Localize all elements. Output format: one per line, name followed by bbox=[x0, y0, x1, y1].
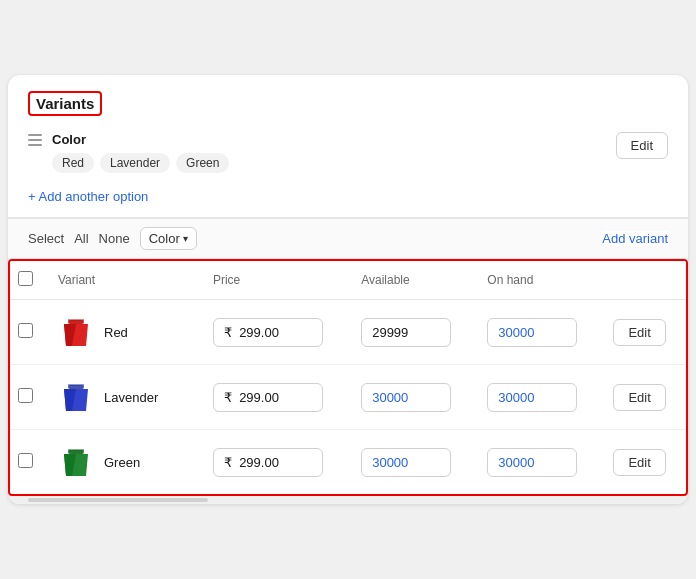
table-row: Lavender Edit bbox=[10, 365, 686, 430]
option-tags: Red Lavender Green bbox=[52, 153, 229, 173]
price-cell-lavender bbox=[201, 365, 349, 430]
available-cell-red bbox=[349, 300, 475, 365]
variants-card: Variants Color Red Lavender Green Edit bbox=[8, 75, 688, 504]
variant-name-green: Green bbox=[104, 455, 140, 470]
drag-handle[interactable] bbox=[28, 132, 42, 146]
variant-toolbar: Select All None Color ▾ Add variant bbox=[8, 218, 688, 259]
table-header-row: Variant Price Available On hand bbox=[10, 261, 686, 300]
table-row: Red Edit bbox=[10, 300, 686, 365]
row-checkbox-lavender[interactable] bbox=[18, 388, 33, 403]
chevron-down-icon: ▾ bbox=[183, 233, 188, 244]
option-info: Color Red Lavender Green bbox=[52, 132, 229, 173]
th-action bbox=[601, 261, 686, 300]
option-row: Color Red Lavender Green Edit bbox=[28, 132, 668, 173]
available-cell-lavender bbox=[349, 365, 475, 430]
variant-name-lavender: Lavender bbox=[104, 390, 158, 405]
row-checkbox-cell bbox=[10, 365, 46, 430]
svg-rect-0 bbox=[68, 320, 84, 324]
variant-cell-lavender: Lavender bbox=[46, 365, 201, 430]
option-label: Color bbox=[52, 132, 229, 147]
onhand-cell-green bbox=[475, 430, 601, 495]
row-checkbox-red[interactable] bbox=[18, 323, 33, 338]
tag-lavender: Lavender bbox=[100, 153, 170, 173]
onhand-input-lavender[interactable] bbox=[487, 383, 577, 412]
onhand-cell-lavender bbox=[475, 365, 601, 430]
svg-rect-8 bbox=[68, 450, 84, 454]
skirt-image-green bbox=[58, 444, 94, 480]
variants-title: Variants bbox=[28, 91, 102, 116]
color-edit-button[interactable]: Edit bbox=[616, 132, 668, 159]
th-available: Available bbox=[349, 261, 475, 300]
price-cell-green bbox=[201, 430, 349, 495]
available-input-red[interactable] bbox=[361, 318, 451, 347]
action-cell-green: Edit bbox=[601, 430, 686, 495]
th-checkbox bbox=[10, 261, 46, 300]
color-filter-button[interactable]: Color ▾ bbox=[140, 227, 197, 250]
table-row: Green Edit bbox=[10, 430, 686, 495]
row-edit-button-lavender[interactable]: Edit bbox=[613, 384, 665, 411]
variant-cell-green: Green bbox=[46, 430, 201, 495]
th-onhand: On hand bbox=[475, 261, 601, 300]
price-cell-red bbox=[201, 300, 349, 365]
onhand-input-green[interactable] bbox=[487, 448, 577, 477]
option-left: Color Red Lavender Green bbox=[28, 132, 229, 173]
price-input-green[interactable] bbox=[213, 448, 323, 477]
onhand-cell-red bbox=[475, 300, 601, 365]
row-edit-button-green[interactable]: Edit bbox=[613, 449, 665, 476]
variant-name-red: Red bbox=[104, 325, 128, 340]
tag-green: Green bbox=[176, 153, 229, 173]
row-edit-button-red[interactable]: Edit bbox=[613, 319, 665, 346]
variant-cell-red: Red bbox=[46, 300, 201, 365]
variants-table-wrapper: Variant Price Available On hand bbox=[8, 259, 688, 496]
available-input-green[interactable] bbox=[361, 448, 451, 477]
svg-rect-4 bbox=[68, 385, 84, 389]
row-checkbox-cell bbox=[10, 300, 46, 365]
select-all-checkbox[interactable] bbox=[18, 271, 33, 286]
card-header: Variants Color Red Lavender Green Edit bbox=[8, 75, 688, 218]
price-input-lavender[interactable] bbox=[213, 383, 323, 412]
available-input-lavender[interactable] bbox=[361, 383, 451, 412]
scrollbar-track bbox=[28, 498, 208, 502]
th-variant: Variant bbox=[46, 261, 201, 300]
toolbar-left: Select All None Color ▾ bbox=[28, 227, 197, 250]
variants-table: Variant Price Available On hand bbox=[10, 261, 686, 494]
price-input-red[interactable] bbox=[213, 318, 323, 347]
none-link[interactable]: None bbox=[99, 231, 130, 246]
row-checkbox-green[interactable] bbox=[18, 453, 33, 468]
onhand-input-red[interactable] bbox=[487, 318, 577, 347]
add-variant-button[interactable]: Add variant bbox=[602, 231, 668, 246]
th-price: Price bbox=[201, 261, 349, 300]
row-checkbox-cell bbox=[10, 430, 46, 495]
select-label: Select bbox=[28, 231, 64, 246]
horizontal-scrollbar[interactable] bbox=[8, 496, 688, 504]
add-option-link[interactable]: + Add another option bbox=[28, 189, 148, 204]
action-cell-lavender: Edit bbox=[601, 365, 686, 430]
tag-red: Red bbox=[52, 153, 94, 173]
available-cell-green bbox=[349, 430, 475, 495]
action-cell-red: Edit bbox=[601, 300, 686, 365]
skirt-image-red bbox=[58, 314, 94, 350]
skirt-image-lavender bbox=[58, 379, 94, 415]
all-link[interactable]: All bbox=[74, 231, 88, 246]
